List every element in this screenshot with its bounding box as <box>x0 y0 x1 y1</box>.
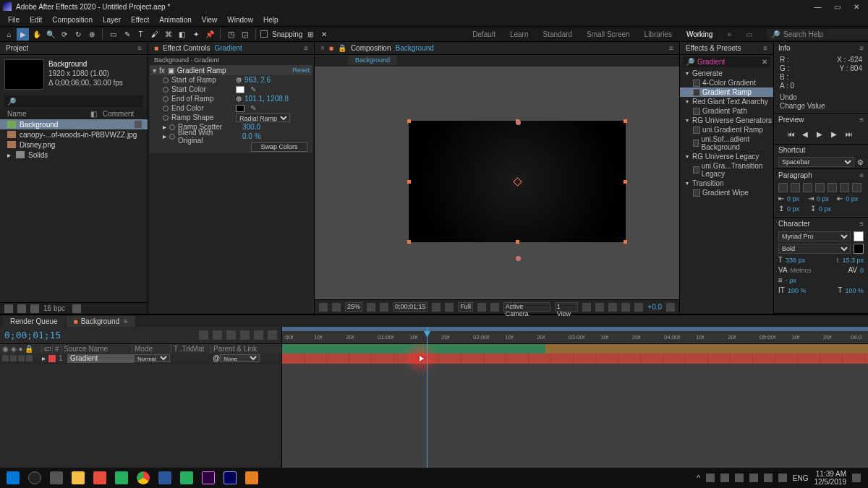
preview-tab[interactable]: Preview <box>778 116 804 124</box>
next-frame-icon[interactable]: ▶ <box>831 130 840 139</box>
timecode-display[interactable]: 0;00;01;15 <box>393 302 428 312</box>
comp-breadcrumb[interactable]: Background <box>348 55 397 65</box>
composition-frame[interactable] <box>409 121 626 242</box>
project-search[interactable]: 🔎 <box>4 95 143 107</box>
menu-edit[interactable]: Edit <box>25 16 47 24</box>
handle-tl[interactable] <box>407 119 411 123</box>
project-item-disney[interactable]: Disney.png <box>0 140 148 150</box>
explorer-icon[interactable] <box>68 469 88 487</box>
col-type-icon[interactable]: ◧ <box>90 110 97 118</box>
composition-menu-icon[interactable]: ≡ <box>669 44 673 52</box>
bpc-toggle[interactable]: 16 bpc <box>43 304 65 312</box>
layer-color-icon[interactable] <box>48 355 56 362</box>
show-snapshot-icon[interactable] <box>445 303 454 312</box>
justify-last-center-icon[interactable] <box>827 183 837 192</box>
fill-swatch[interactable] <box>854 231 864 241</box>
tl-motion-blur-icon[interactable] <box>254 330 263 340</box>
workspace-small[interactable]: Small Screen <box>587 30 629 38</box>
shortcut-gear-icon[interactable]: ⚙ <box>857 158 864 166</box>
ep-item[interactable]: uni.Sof...adient Background <box>680 134 773 152</box>
interpret-icon[interactable] <box>4 304 13 313</box>
ep-item[interactable]: Gradient Ramp <box>680 87 773 97</box>
new-comp-icon[interactable] <box>30 304 39 313</box>
composition-tab[interactable]: Composition <box>351 44 391 52</box>
roi-icon[interactable] <box>477 303 486 312</box>
tl-frame-blend-icon[interactable] <box>240 330 250 340</box>
timeline-icon[interactable] <box>608 303 617 312</box>
tray-clock[interactable]: 11:39 AM 12/5/2019 <box>814 470 847 486</box>
project-item-solids[interactable]: ▸Solids <box>0 150 148 160</box>
ep-cat[interactable]: RG Universe Generators <box>680 116 773 125</box>
info-tab[interactable]: Info <box>778 44 791 52</box>
ep-search[interactable]: 🔎Gradient✕ <box>683 56 770 67</box>
character-tab[interactable]: Character <box>778 220 810 228</box>
app4-icon[interactable] <box>242 469 262 487</box>
exposure-value[interactable]: +0.0 <box>647 303 662 311</box>
col-name[interactable]: Name <box>7 110 90 118</box>
project-menu-icon[interactable]: ≡ <box>137 44 142 52</box>
workspace-overflow-icon[interactable]: » <box>727 30 731 38</box>
ep-item[interactable]: uni.Gra...Transition Legacy <box>680 161 773 179</box>
tracking[interactable]: 0 <box>860 267 864 274</box>
font-weight-select[interactable]: Bold <box>778 244 851 254</box>
clone-tool-icon[interactable]: ⌘ <box>162 28 174 40</box>
ep-item[interactable]: Gradient Path <box>680 106 773 116</box>
transp-icon[interactable] <box>490 303 499 312</box>
stopwatch-icon[interactable] <box>169 134 175 140</box>
color-swatch[interactable] <box>236 105 244 112</box>
menu-file[interactable]: File <box>3 16 25 24</box>
new-folder-icon[interactable] <box>17 304 26 313</box>
trash-icon[interactable] <box>72 304 81 313</box>
start-button[interactable] <box>3 469 23 487</box>
ep-cat[interactable]: RG Universe Legacy <box>680 152 773 161</box>
workspace-menu-icon[interactable]: ▭ <box>746 30 752 38</box>
preview-menu-icon[interactable]: ≡ <box>859 116 864 124</box>
paragraph-menu-icon[interactable]: ≡ <box>859 171 864 179</box>
stroke-width[interactable]: - px <box>786 277 796 284</box>
pixel-aspect-icon[interactable] <box>582 303 591 312</box>
handle-mr[interactable] <box>624 180 627 184</box>
app1-icon[interactable] <box>90 469 110 487</box>
ramp-shape-select[interactable]: Radial Ramp <box>236 114 290 122</box>
ep-item[interactable]: 4-Color Gradient <box>680 78 773 87</box>
tray-notifications-icon[interactable] <box>852 474 861 482</box>
word-icon[interactable] <box>155 469 175 487</box>
handle-ml[interactable] <box>407 180 411 184</box>
search-help-field[interactable]: 🔎 Search Help <box>767 29 868 40</box>
col-parent[interactable]: Parent & Link <box>211 345 281 353</box>
project-tab[interactable]: Project <box>6 44 28 52</box>
stopwatch-icon[interactable] <box>163 96 169 102</box>
font-select[interactable]: Myriad Pro <box>778 231 851 241</box>
tray-wifi-icon[interactable] <box>764 474 773 482</box>
fx-reset[interactable]: Reset <box>292 67 310 74</box>
tray-onedrive-icon[interactable] <box>706 474 715 482</box>
zoom-tool-icon[interactable]: 🔍 <box>44 28 56 40</box>
project-item-background[interactable]: Background <box>0 119 148 129</box>
anchor-point-icon[interactable] <box>513 177 522 187</box>
composition-viewer[interactable] <box>315 67 679 299</box>
playhead[interactable] <box>427 327 427 482</box>
tl-graph-icon[interactable] <box>268 330 277 340</box>
workspace-working[interactable]: Working <box>686 30 713 38</box>
cortana-icon[interactable] <box>25 469 45 487</box>
handle-br[interactable] <box>624 240 627 244</box>
stopwatch-icon[interactable] <box>163 106 169 111</box>
stopwatch-icon[interactable] <box>163 115 169 121</box>
effect-controls-tab[interactable]: Effect Controls <box>163 44 210 52</box>
crosshair-icon[interactable]: ⊕ <box>236 76 242 84</box>
handle-bl[interactable] <box>407 240 411 244</box>
rotate-tool-icon[interactable]: ↻ <box>72 28 84 40</box>
app3-icon[interactable] <box>176 469 197 487</box>
vscale[interactable]: 100 % <box>788 287 807 294</box>
tab-render-queue[interactable]: Render Queue <box>3 316 65 327</box>
snapshot-icon[interactable] <box>432 303 441 312</box>
col-trkmat[interactable]: T .TrkMat <box>171 345 211 353</box>
snapping-checkbox[interactable] <box>260 30 268 38</box>
comp-flow-icon[interactable] <box>621 303 630 312</box>
brush-tool-icon[interactable]: 🖌 <box>148 28 161 40</box>
tray-adobe-icon[interactable] <box>720 474 729 482</box>
zoom-select[interactable]: 25% <box>345 302 362 312</box>
ep-cat[interactable]: Transition <box>680 179 773 188</box>
align-left-icon[interactable] <box>778 183 788 192</box>
ep-cat[interactable]: Generate <box>680 69 773 78</box>
